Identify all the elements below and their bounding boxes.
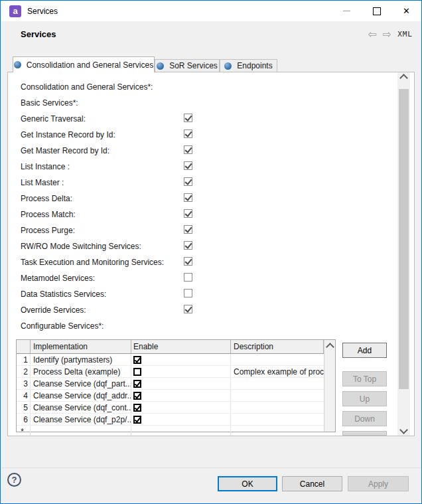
checkbox[interactable]: [184, 114, 192, 122]
table-header-row: Implementation Enable Description: [17, 340, 324, 354]
checkbox[interactable]: [184, 289, 192, 297]
up-button-label: Up: [360, 394, 370, 404]
enable-checkbox[interactable]: [133, 416, 141, 424]
services-dialog-window: a Services ✕ Services ⇦ ⇨ XML Consolidat…: [0, 0, 422, 504]
table-row[interactable]: 5Cleanse Service (dqf_cont...: [17, 402, 324, 414]
scrollbar-thumb[interactable]: [399, 89, 409, 389]
tab-sor-services[interactable]: SoR Services: [155, 59, 220, 72]
window-title: Services: [27, 7, 58, 16]
xml-view-button[interactable]: XML: [397, 30, 413, 39]
enable-checkbox[interactable]: [133, 380, 141, 388]
form-row-label: List Instance :: [21, 162, 70, 171]
back-arrow-icon[interactable]: ⇦: [368, 29, 376, 40]
table-row[interactable]: 4Cleanse Service (dqf_addr...: [17, 390, 324, 402]
table-placeholder-row[interactable]: *: [17, 426, 324, 436]
ok-button[interactable]: OK: [218, 476, 277, 491]
tab-label: Endpoints: [237, 61, 272, 70]
checkbox[interactable]: [184, 241, 192, 250]
table-row[interactable]: 6Cleanse Service (dqf_p2p/...: [17, 414, 324, 426]
tab-sphere-icon: [14, 61, 21, 68]
enable-checkbox[interactable]: [133, 404, 141, 412]
form-row-label: List Master :: [21, 178, 64, 187]
scrollbar-down-button[interactable]: [397, 424, 410, 436]
check-mark-icon: [135, 392, 141, 398]
form-row: Consolidation and General Services*:: [8, 80, 380, 96]
down-button[interactable]: Down: [342, 411, 387, 426]
col-header-description[interactable]: Description: [231, 340, 324, 353]
form-row-label: Generic Traversal:: [21, 114, 86, 124]
checkbox[interactable]: [184, 177, 192, 186]
enable-cell: [131, 378, 231, 389]
checkbox[interactable]: [184, 161, 192, 170]
form-row-label: Consolidation and General Services*:: [21, 82, 153, 92]
checkbox[interactable]: [184, 225, 192, 234]
tab-content-panel: Consolidation and General Services*:Basi…: [7, 72, 415, 436]
tab-sphere-icon: [224, 62, 232, 70]
check-mark-icon: [184, 177, 192, 185]
table-row[interactable]: 1Identify (partymasters): [17, 354, 324, 366]
implementation-cell: Process Delta (example): [31, 366, 131, 377]
panel-scrollbar[interactable]: [397, 72, 410, 436]
enable-cell: [131, 354, 231, 365]
enable-checkbox[interactable]: [133, 392, 141, 400]
add-button[interactable]: Add: [342, 343, 387, 358]
cancel-button[interactable]: Cancel: [282, 476, 342, 491]
form-row-label: Basic Services*:: [21, 98, 78, 108]
scrollbar-up-button[interactable]: [397, 72, 410, 84]
checkbox[interactable]: [184, 257, 192, 266]
forward-arrow-icon[interactable]: ⇨: [383, 29, 391, 40]
minimize-button[interactable]: [332, 1, 362, 21]
apply-button-label: Apply: [368, 479, 388, 489]
check-mark-icon: [184, 305, 192, 313]
maximize-button[interactable]: [362, 1, 391, 21]
add-button-label: Add: [358, 346, 372, 355]
to-top-button-label: To Top: [353, 375, 376, 384]
checkbox[interactable]: [184, 305, 192, 313]
tab-endpoints[interactable]: Endpoints: [220, 59, 277, 72]
form-row-label: Task Execution and Monitoring Services:: [21, 258, 164, 267]
check-mark-icon: [184, 145, 192, 153]
check-mark-icon: [184, 193, 192, 201]
form-row: Task Execution and Monitoring Services:: [8, 255, 380, 271]
enable-cell: [131, 414, 231, 425]
col-header-enable[interactable]: Enable: [131, 340, 231, 353]
form-row-label: Process Delta:: [21, 194, 72, 203]
form-row: List Master :: [8, 175, 380, 191]
form-row: Process Delta:: [8, 191, 380, 207]
table-row[interactable]: 3Cleanse Service (dqf_part...: [17, 378, 324, 390]
checkbox[interactable]: [184, 209, 192, 218]
description-cell: [231, 426, 324, 436]
col-header-implementation[interactable]: Implementation: [31, 340, 131, 353]
enable-cell: [131, 390, 231, 401]
check-mark-icon: [184, 241, 192, 249]
close-button[interactable]: ✕: [391, 1, 421, 21]
implementation-cell: Cleanse Service (dqf_part...: [31, 378, 131, 389]
dialog-header: Services ⇦ ⇨ XML: [1, 21, 421, 47]
checkbox[interactable]: [184, 145, 192, 154]
enable-checkbox[interactable]: [133, 356, 141, 364]
help-icon[interactable]: ?: [7, 473, 21, 487]
configurable-services-table: Implementation Enable Description 1Ident…: [16, 339, 336, 432]
tab-consolidation-and-general-services[interactable]: Consolidation and General Services: [13, 56, 155, 72]
description-cell: Complex example of proce..: [231, 366, 324, 377]
table-row[interactable]: 2Process Delta (example)Complex example …: [17, 366, 324, 378]
check-mark-icon: [184, 129, 192, 137]
checkbox[interactable]: [184, 193, 192, 202]
down-button-label: Down: [354, 414, 375, 424]
table-scrollbar[interactable]: [324, 340, 335, 432]
ok-button-label: OK: [242, 479, 253, 489]
check-mark-icon: [184, 161, 192, 169]
to-top-button[interactable]: To Top: [342, 371, 387, 386]
checkbox[interactable]: [184, 273, 192, 282]
check-mark-icon: [135, 356, 141, 363]
row-number-cell: 2: [17, 366, 31, 377]
partially-hidden-button[interactable]: [342, 431, 387, 436]
up-button[interactable]: Up: [342, 391, 387, 406]
footer-separator: [1, 467, 421, 468]
title-bar: a Services ✕: [1, 1, 421, 21]
description-cell: [231, 402, 324, 413]
apply-button[interactable]: Apply: [348, 476, 409, 491]
checkbox[interactable]: [184, 129, 192, 138]
form-row-label: Override Services:: [21, 305, 86, 315]
enable-checkbox[interactable]: [133, 368, 141, 376]
